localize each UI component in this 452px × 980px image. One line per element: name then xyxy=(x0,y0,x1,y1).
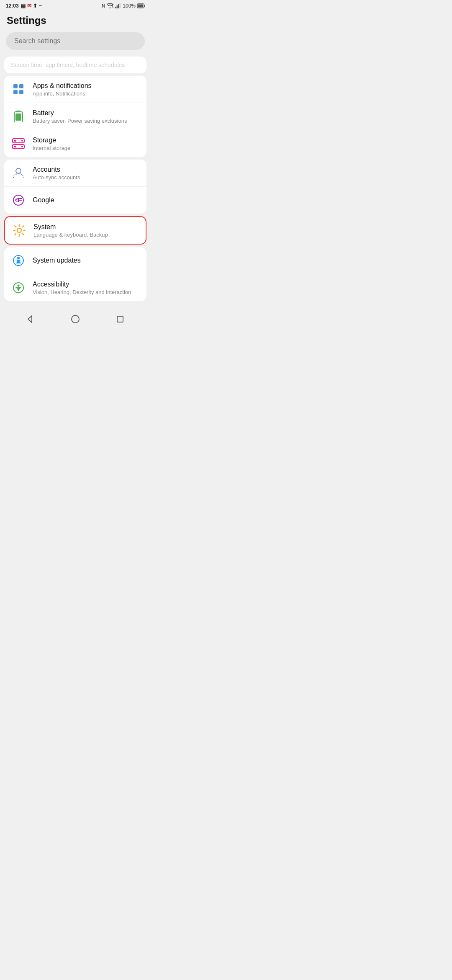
upload-icon: ⬆ xyxy=(33,3,37,9)
svg-rect-2 xyxy=(117,5,118,8)
apps-icon xyxy=(11,82,26,97)
svg-rect-11 xyxy=(19,90,23,94)
google-title: Google xyxy=(33,196,54,204)
setting-item-accounts[interactable]: Accounts Auto-sync accounts xyxy=(4,160,146,186)
svg-point-33 xyxy=(72,315,79,323)
signal-icon xyxy=(115,3,121,8)
settings-card-1: Apps & notifications App info, Notificat… xyxy=(4,76,146,157)
settings-card-2: Accounts Auto-sync accounts G Google xyxy=(4,160,146,214)
svg-rect-7 xyxy=(138,4,143,7)
nfc-icon: N xyxy=(102,3,105,8)
svg-rect-4 xyxy=(120,3,121,8)
status-right: N 100% xyxy=(102,3,145,9)
svg-rect-17 xyxy=(14,140,16,142)
recent-button[interactable] xyxy=(112,311,128,327)
setting-item-google[interactable]: G Google xyxy=(4,186,146,214)
gmail-icon: ✉ xyxy=(27,3,31,9)
storage-icon xyxy=(11,136,26,151)
accounts-subtitle: Auto-sync accounts xyxy=(33,174,80,181)
google-icon: G xyxy=(11,193,26,208)
system-updates-title: System updates xyxy=(33,257,81,264)
svg-rect-6 xyxy=(144,5,145,7)
svg-rect-27 xyxy=(17,260,20,263)
message-icon: ▤ xyxy=(21,3,26,9)
search-bar-container xyxy=(0,30,151,54)
svg-rect-1 xyxy=(115,7,116,8)
apps-notifications-subtitle: App info, Notifications xyxy=(33,90,92,97)
home-button[interactable] xyxy=(67,311,83,327)
setting-item-accessibility[interactable]: Accessibility Vision, Hearing, Dexterity… xyxy=(4,274,146,301)
bottom-nav xyxy=(0,305,151,335)
wifi-icon xyxy=(107,3,113,8)
accessibility-subtitle: Vision, Hearing, Dexterity and interacti… xyxy=(33,289,131,295)
back-button[interactable] xyxy=(23,311,39,327)
setting-item-system[interactable]: System Language & keyboard, Backup xyxy=(5,217,146,244)
svg-rect-8 xyxy=(13,84,18,88)
system-icon xyxy=(12,223,27,238)
system-title: System xyxy=(33,223,108,231)
svg-rect-14 xyxy=(15,113,21,121)
accessibility-title: Accessibility xyxy=(33,281,131,288)
svg-marker-32 xyxy=(28,316,32,322)
svg-point-21 xyxy=(16,168,21,173)
battery-icon xyxy=(137,3,145,8)
storage-title: Storage xyxy=(33,137,70,144)
setting-item-system-updates[interactable]: System updates xyxy=(4,247,146,274)
status-left: 12:03 ▤ ✉ ⬆ ··· xyxy=(6,3,42,9)
page-title: Settings xyxy=(7,15,46,26)
svg-rect-10 xyxy=(13,90,18,94)
status-time: 12:03 xyxy=(6,3,19,9)
system-subtitle: Language & keyboard, Backup xyxy=(33,232,108,238)
storage-subtitle: Internal storage xyxy=(33,145,70,151)
status-bar: 12:03 ▤ ✉ ⬆ ··· N 100% xyxy=(0,0,151,10)
svg-point-19 xyxy=(21,140,23,142)
battery-subtitle: Battery saver, Power saving exclusions xyxy=(33,118,127,124)
settings-card-system-highlighted[interactable]: System Language & keyboard, Backup xyxy=(4,216,146,245)
apps-notifications-title: Apps & notifications xyxy=(33,82,92,90)
system-updates-icon xyxy=(11,253,26,268)
settings-card-bottom: System updates Accessibility Vision, Hea… xyxy=(4,247,146,301)
accounts-title: Accounts xyxy=(33,166,80,173)
svg-rect-3 xyxy=(118,4,119,8)
svg-point-23 xyxy=(17,228,21,232)
svg-point-26 xyxy=(17,257,20,259)
svg-point-20 xyxy=(21,146,23,147)
page-header: Settings xyxy=(0,10,151,30)
setting-item-apps-notifications[interactable]: Apps & notifications App info, Notificat… xyxy=(4,76,146,103)
svg-point-29 xyxy=(18,285,20,287)
svg-rect-18 xyxy=(14,146,16,147)
faded-item: Screen time, app timers, bedtime schedul… xyxy=(4,57,146,73)
accounts-icon xyxy=(11,165,26,181)
battery-status: 100% xyxy=(123,3,136,9)
svg-rect-9 xyxy=(19,84,23,88)
accessibility-icon xyxy=(11,280,26,295)
battery-title: Battery xyxy=(33,109,127,117)
search-input[interactable] xyxy=(6,32,145,50)
setting-item-storage[interactable]: Storage Internal storage xyxy=(4,130,146,157)
setting-item-battery[interactable]: Battery Battery saver, Power saving excl… xyxy=(4,103,146,130)
svg-rect-34 xyxy=(117,316,123,322)
battery-setting-icon xyxy=(11,109,26,124)
dots-icon: ··· xyxy=(39,3,42,9)
svg-text:G: G xyxy=(15,197,19,203)
